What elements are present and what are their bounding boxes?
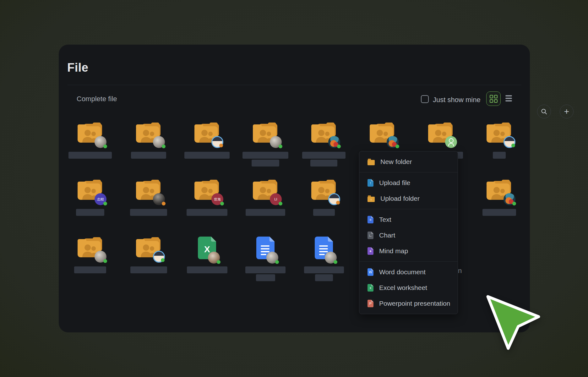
- boy-avatar: [504, 136, 515, 148]
- header-divider: [67, 85, 521, 85]
- file-name-placeholder: [178, 152, 236, 159]
- file-name-placeholder: [470, 152, 528, 159]
- stone-avatar: [325, 252, 337, 264]
- menu-item-label: Upload folder: [380, 195, 420, 202]
- file-icon: [61, 122, 119, 146]
- page-title: File: [67, 61, 88, 74]
- name-placeholder-bar: [482, 209, 516, 216]
- upload-folder-icon: ↑: [368, 197, 375, 202]
- member-avatar: [445, 136, 457, 148]
- status-dot-green: [512, 202, 516, 205]
- status-dot-green: [395, 145, 399, 148]
- file-icon: [119, 122, 178, 146]
- stone-avatar: [153, 136, 165, 148]
- status-dot-green: [337, 145, 341, 148]
- list-view-icon: [505, 95, 512, 101]
- file-name-placeholder: [61, 209, 119, 216]
- stone-avatar: [95, 136, 106, 148]
- menu-item-label: Text: [379, 216, 391, 223]
- plus-icon: +: [564, 107, 569, 116]
- name-placeholder-bar: [246, 209, 285, 216]
- list-view-toggle[interactable]: [504, 93, 514, 103]
- stone-warm-avatar: [208, 252, 220, 264]
- name-placeholder-bar: [256, 274, 275, 281]
- menu-item-new-folder[interactable]: New folder: [359, 154, 458, 170]
- mind-map-icon: ∗: [368, 247, 373, 255]
- folder-item[interactable]: [236, 122, 295, 169]
- file-name-placeholder: [236, 266, 295, 281]
- file-icon: X: [178, 237, 236, 261]
- name-placeholder-bar: [313, 209, 335, 216]
- folder-item[interactable]: [470, 179, 528, 226]
- excel-file-item[interactable]: X: [178, 237, 236, 284]
- file-icon: [61, 237, 119, 261]
- search-button[interactable]: [537, 105, 551, 118]
- purple-avatar: 志程: [95, 193, 106, 205]
- menu-item-mind-map[interactable]: ∗Mind map: [359, 243, 458, 259]
- menu-item-upload-file[interactable]: ↑Upload file: [359, 175, 458, 191]
- status-dot-green: [279, 202, 282, 205]
- svg-text:X: X: [204, 244, 210, 254]
- boy-avatar: [211, 136, 223, 148]
- word-document-icon: W: [368, 268, 373, 276]
- name-placeholder-bar: [252, 160, 279, 167]
- folder-item[interactable]: [295, 122, 353, 169]
- name-placeholder-bar: [184, 152, 230, 159]
- menu-item-excel-worksheet[interactable]: xExcel worksheet: [359, 280, 458, 296]
- folder-item[interactable]: [119, 179, 178, 226]
- doc-file-item[interactable]: [295, 237, 353, 284]
- folder-item[interactable]: LI: [236, 179, 295, 226]
- file-name-placeholder: [178, 209, 236, 216]
- file-icon: [295, 237, 353, 261]
- section-label: Complete file: [77, 95, 117, 103]
- folder-item[interactable]: 世旭: [178, 179, 236, 226]
- doc-file-item[interactable]: [236, 237, 295, 284]
- status-dot-orange: [336, 201, 340, 205]
- menu-group: New folder: [359, 151, 458, 172]
- file-name-placeholder: [61, 266, 119, 273]
- menu-item-powerpoint-presentation[interactable]: PPowerpoint presentation: [359, 296, 458, 311]
- red-avatar: LI: [270, 193, 282, 205]
- name-placeholder-bar: [130, 209, 167, 216]
- folder-item[interactable]: 志程: [61, 179, 119, 226]
- folder-item[interactable]: [178, 122, 236, 169]
- status-dot-green: [217, 260, 220, 264]
- folder-item[interactable]: [470, 122, 528, 169]
- red-avatar: 世旭: [211, 193, 223, 205]
- menu-item-label: New folder: [380, 158, 412, 166]
- folder-item[interactable]: [295, 179, 353, 226]
- status-dot-green: [511, 144, 515, 147]
- file-icon: [178, 179, 236, 204]
- file-icon: [119, 237, 178, 261]
- chart-icon: ∟: [368, 232, 373, 239]
- name-placeholder-bar: [76, 209, 104, 216]
- folder-item[interactable]: [119, 122, 178, 169]
- new-file-context-menu: New folder↑Upload file↑Upload folder≡Tex…: [359, 151, 458, 314]
- folder-item[interactable]: [61, 237, 119, 284]
- name-placeholder-bar: [304, 266, 344, 273]
- folder-item[interactable]: [119, 237, 178, 284]
- file-name-placeholder: [119, 266, 178, 273]
- menu-item-label: Powerpoint presentation: [379, 300, 450, 307]
- name-placeholder-bar: [130, 266, 167, 273]
- add-button[interactable]: +: [560, 105, 574, 118]
- menu-item-chart[interactable]: ∟Chart: [359, 227, 458, 243]
- menu-group: ≡Text∟Chart∗Mind map: [359, 209, 458, 261]
- file-name-placeholder: [236, 209, 295, 216]
- name-placeholder-bar: [68, 152, 112, 159]
- file-name-placeholder: [295, 152, 353, 167]
- file-name-placeholder: [61, 152, 119, 159]
- status-dot-green: [162, 145, 166, 148]
- file-icon: [295, 122, 353, 146]
- folder-item[interactable]: [61, 122, 119, 169]
- name-placeholder-bar: [310, 160, 337, 167]
- name-placeholder-bar: [74, 266, 106, 273]
- grid-view-toggle[interactable]: [486, 91, 501, 106]
- status-dot-green: [103, 202, 107, 205]
- status-dot-green: [103, 259, 107, 263]
- status-dot-green: [279, 145, 282, 148]
- menu-item-word-document[interactable]: WWord document: [359, 264, 458, 280]
- menu-item-text[interactable]: ≡Text: [359, 212, 458, 227]
- menu-item-upload-folder[interactable]: ↑Upload folder: [359, 191, 458, 206]
- just-show-mine-checkbox[interactable]: [421, 95, 429, 103]
